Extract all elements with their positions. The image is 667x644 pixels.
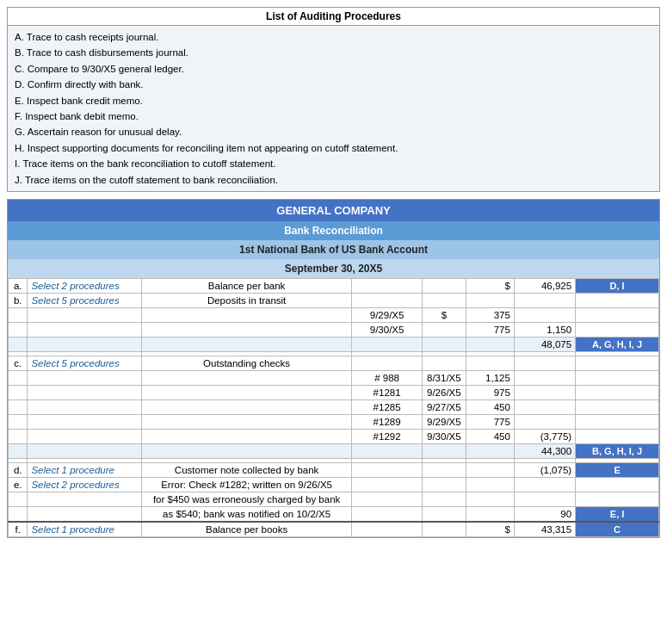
col7-amount: 44,300	[514, 443, 575, 458]
row-letter: b.	[9, 293, 28, 307]
col7-amount	[514, 307, 575, 322]
select-label[interactable]	[28, 414, 141, 429]
procedures-ref	[576, 399, 659, 414]
select-label[interactable]: Select 2 procedures	[28, 278, 141, 293]
table-row: #12859/27/X5450	[9, 399, 659, 414]
col4	[352, 356, 423, 370]
row-letter	[9, 506, 28, 522]
table-row: #12899/29/X5775	[9, 414, 659, 429]
row-letter	[9, 399, 28, 414]
procedure-item: C. Compare to 9/30/X5 general ledger.	[15, 61, 652, 77]
select-label[interactable]	[28, 307, 141, 322]
description: as $540; bank was notified on 10/2/X5	[141, 506, 352, 522]
select-label[interactable]: Select 1 procedure	[28, 462, 141, 477]
table-row: 48,075A, G, H, I, J	[9, 337, 659, 351]
procedures-ref	[576, 370, 659, 385]
table-row: 44,300B, G, H, I, J	[9, 443, 659, 458]
description: Outstanding checks	[141, 356, 352, 370]
description	[141, 429, 352, 443]
procedures-ref	[576, 356, 659, 370]
description	[141, 399, 352, 414]
col6-amount: $	[466, 522, 514, 537]
col6-amount: $	[466, 278, 514, 293]
col5	[422, 293, 466, 307]
select-label[interactable]	[28, 443, 141, 458]
procedures-title: List of Auditing Procedures	[8, 8, 659, 26]
procedures-ref	[576, 414, 659, 429]
row-letter	[9, 414, 28, 429]
select-label[interactable]	[28, 322, 141, 337]
row-letter	[9, 492, 28, 506]
procedures-ref	[576, 492, 659, 506]
col6-amount	[466, 443, 514, 458]
col6-amount: 375	[466, 307, 514, 322]
row-letter	[9, 370, 28, 385]
col7-amount	[514, 385, 575, 399]
col7-amount: 46,925	[514, 278, 575, 293]
col5: 9/30/X5	[422, 429, 466, 443]
recon-subtitle: Bank Reconciliation	[8, 221, 659, 240]
col7-amount	[514, 492, 575, 506]
col7-amount: 48,075	[514, 337, 575, 351]
procedures-ref: C	[576, 522, 659, 537]
col6-amount	[466, 293, 514, 307]
col6-amount: 450	[466, 399, 514, 414]
description: Customer note collected by bank	[141, 462, 352, 477]
col6-amount	[466, 492, 514, 506]
description: Deposits in transit	[141, 293, 352, 307]
row-letter	[9, 429, 28, 443]
select-label[interactable]: Select 2 procedures	[28, 477, 141, 492]
row-letter	[9, 322, 28, 337]
col4: # 988	[352, 370, 423, 385]
col5: 9/29/X5	[422, 414, 466, 429]
col7-amount: (3,775)	[514, 429, 575, 443]
table-row: c.Select 5 proceduresOutstanding checks	[9, 356, 659, 370]
select-label[interactable]: Select 5 procedures	[28, 293, 141, 307]
col4: #1289	[352, 414, 423, 429]
col6-amount	[466, 462, 514, 477]
select-label[interactable]	[28, 506, 141, 522]
row-letter	[9, 385, 28, 399]
col5	[422, 337, 466, 351]
procedure-item: G. Ascertain reason for unusual delay.	[15, 124, 652, 139]
procedure-item: I. Trace items on the bank reconciliatio…	[15, 156, 652, 171]
select-label[interactable]	[28, 492, 141, 506]
select-label[interactable]: Select 1 procedure	[28, 522, 141, 537]
col4: 9/29/X5	[352, 307, 423, 322]
description	[141, 385, 352, 399]
select-label[interactable]	[28, 337, 141, 351]
procedures-ref	[576, 477, 659, 492]
description	[141, 337, 352, 351]
procedure-item: A. Trace to cash receipts journal.	[15, 29, 652, 45]
description	[141, 322, 352, 337]
col4	[352, 462, 423, 477]
col4: #1292	[352, 429, 423, 443]
col5	[422, 522, 466, 537]
col5	[422, 477, 466, 492]
col4	[352, 443, 423, 458]
select-label[interactable]	[28, 385, 141, 399]
procedures-section: List of Auditing Procedures A. Trace to …	[7, 7, 660, 192]
procedures-ref	[576, 385, 659, 399]
table-row: as $540; bank was notified on 10/2/X590E…	[9, 506, 659, 522]
row-letter: e.	[9, 477, 28, 492]
col5: 8/31/X5	[422, 370, 466, 385]
col5	[422, 278, 466, 293]
col7-amount	[514, 399, 575, 414]
row-letter	[9, 337, 28, 351]
procedures-ref	[576, 293, 659, 307]
select-label[interactable]	[28, 370, 141, 385]
procedures-ref: E	[576, 462, 659, 477]
col7-amount	[514, 477, 575, 492]
col5	[422, 443, 466, 458]
description	[141, 414, 352, 429]
col7-amount: 90	[514, 506, 575, 522]
col6-amount	[466, 477, 514, 492]
select-label[interactable]	[28, 429, 141, 443]
select-label[interactable]: Select 5 procedures	[28, 356, 141, 370]
col5	[422, 322, 466, 337]
select-label[interactable]	[28, 399, 141, 414]
col7-amount	[514, 414, 575, 429]
procedures-ref: B, G, H, I, J	[576, 443, 659, 458]
procedure-item: H. Inspect supporting documents for reco…	[15, 140, 652, 156]
